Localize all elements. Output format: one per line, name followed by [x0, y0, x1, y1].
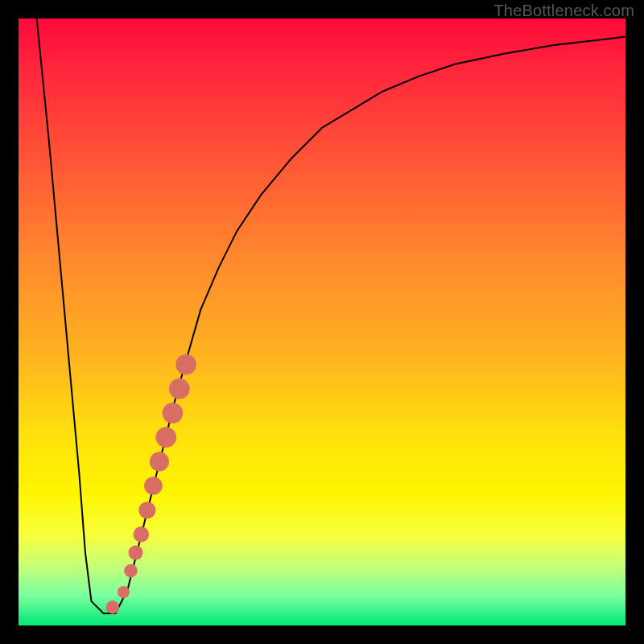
- curve-marker: [124, 564, 138, 578]
- chart-frame: TheBottleneck.com: [0, 0, 644, 644]
- curve-marker: [169, 378, 190, 399]
- chart-overlay: [19, 19, 625, 625]
- curve-marker: [163, 402, 184, 423]
- curve-marker: [118, 586, 130, 598]
- curve-marker: [175, 354, 196, 375]
- curve-marker: [134, 526, 150, 543]
- marker-layer: [106, 354, 196, 614]
- curve-marker: [106, 601, 120, 614]
- bottleneck-curve: [37, 19, 625, 613]
- curve-marker: [138, 502, 155, 518]
- curve-marker: [144, 477, 163, 495]
- curve-marker: [128, 545, 142, 559]
- curve-marker: [155, 427, 176, 448]
- curve-marker: [150, 452, 169, 471]
- attribution-label: TheBottleneck.com: [493, 2, 634, 20]
